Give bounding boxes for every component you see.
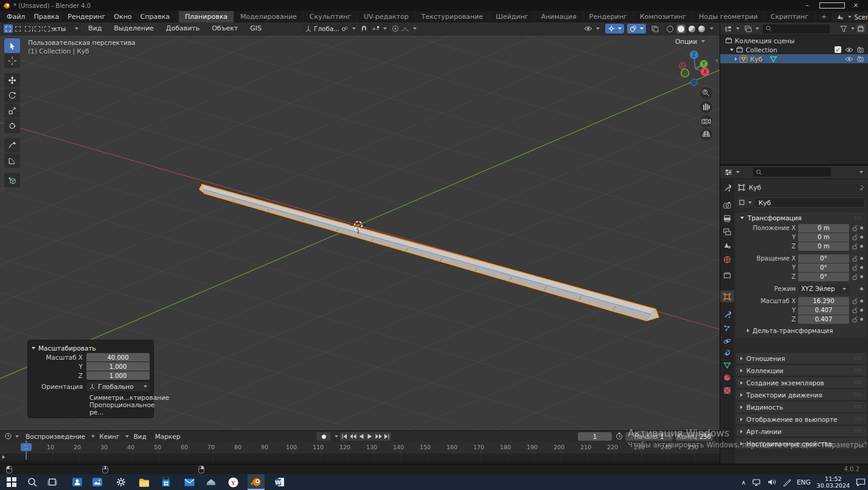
tl-menu-playback[interactable]: Воспроизведение	[21, 433, 89, 440]
location-z-field[interactable]: 0 m	[798, 242, 849, 251]
select-mode-subtract[interactable]	[23, 24, 32, 33]
pivot-dropdown[interactable]	[339, 24, 358, 33]
select-mode-intersect[interactable]	[43, 24, 52, 33]
vp-menu-select[interactable]: Выделение	[109, 23, 159, 35]
outliner-editor-type-button[interactable]	[723, 24, 741, 33]
shading-wireframe-button[interactable]	[667, 26, 673, 32]
location-y-field[interactable]: 0 m	[798, 233, 849, 242]
vp-menu-object[interactable]: Объект	[207, 23, 243, 35]
tab-object[interactable]	[720, 290, 734, 303]
disable-render-camera-icon[interactable]	[857, 55, 865, 62]
tool-move[interactable]	[4, 73, 20, 88]
pan-button[interactable]	[700, 101, 712, 113]
disclosure-down-icon[interactable]	[730, 49, 734, 51]
frame-end-field[interactable]: Конец250	[675, 432, 713, 441]
next-keyframe-button[interactable]	[374, 432, 383, 441]
timeline-editor-type-button[interactable]	[2, 432, 21, 441]
tool-scale[interactable]	[4, 103, 20, 118]
yandex-browser-icon[interactable]: Y	[224, 474, 241, 490]
timeline-ruler[interactable]: 1 10 20 30 40 50 60 70 80 90 100 110 120…	[0, 441, 720, 453]
hide-eye-icon[interactable]	[845, 56, 853, 62]
tab-layout[interactable]: Планировка	[179, 11, 234, 23]
volume-icon[interactable]	[768, 478, 777, 486]
animate-dot-icon[interactable]	[860, 226, 863, 229]
people-app-icon[interactable]	[69, 474, 86, 490]
rotation-x-field[interactable]: 0°	[798, 254, 849, 263]
collection-row[interactable]: Collection ✓	[720, 45, 868, 54]
disclosure-right-icon[interactable]	[735, 57, 737, 61]
menu-file[interactable]: Файл	[2, 11, 29, 23]
tool-add-primitive[interactable]	[4, 173, 20, 187]
section-instancing[interactable]: Создание экземпляров∷∷	[736, 377, 867, 388]
pin-icon[interactable]	[858, 184, 864, 191]
disable-render-camera-icon[interactable]	[857, 46, 865, 53]
tab-physics[interactable]	[720, 335, 734, 347]
tool-rotate[interactable]	[4, 88, 20, 103]
tray-chevron-icon[interactable]: ∧	[741, 479, 746, 486]
select-mode-invert[interactable]	[33, 24, 42, 33]
tab-sculpting[interactable]: Скульптинг	[304, 11, 358, 23]
menu-help[interactable]: Справка	[136, 11, 174, 23]
show-object-types-dropdown[interactable]	[582, 24, 602, 33]
tl-menu-marker[interactable]: Маркер	[151, 433, 185, 440]
stopwatch-icon[interactable]	[616, 432, 623, 440]
tab-scene[interactable]	[720, 239, 734, 251]
tab-modifiers[interactable]	[720, 309, 734, 321]
menu-window[interactable]: Окно	[109, 11, 136, 23]
animate-dot-icon[interactable]	[860, 309, 863, 312]
operator-panel-header[interactable]: Масштабировать	[32, 343, 150, 353]
tab-view-layer[interactable]	[720, 226, 734, 238]
word-app-icon[interactable]: W	[271, 474, 288, 490]
tool-annotate[interactable]	[4, 138, 20, 153]
vp-menu-view[interactable]: Вид	[83, 23, 106, 35]
location-x-field[interactable]: 0 m	[798, 224, 849, 233]
delta-transform-section[interactable]: Дельта-трансформация	[736, 326, 867, 335]
animate-dot-icon[interactable]	[860, 318, 863, 321]
taskbar-search-button[interactable]	[24, 474, 41, 490]
tab-world[interactable]	[720, 253, 734, 265]
playhead-line[interactable]	[26, 441, 27, 460]
taskbar-clock[interactable]: 11:52 30.03.2024	[817, 475, 850, 489]
play-button[interactable]	[366, 432, 374, 441]
proportional-editing-checkbox[interactable]: Пропорциональное ре...	[86, 404, 150, 413]
tab-tool[interactable]	[720, 182, 734, 194]
tab-output[interactable]	[720, 212, 734, 225]
shading-material-button[interactable]	[689, 26, 695, 32]
tab-rendering[interactable]: Рендеринг	[583, 11, 634, 23]
section-relations[interactable]: Отношения∷∷	[736, 353, 867, 363]
tab-material[interactable]	[720, 371, 734, 383]
minimize-button[interactable]: –	[795, 0, 819, 11]
menu-render[interactable]: Рендеринг	[63, 11, 109, 23]
file-explorer-icon[interactable]	[136, 474, 153, 490]
action-center-icon[interactable]	[856, 478, 866, 486]
mail-app-icon[interactable]	[181, 474, 198, 490]
jump-to-end-button[interactable]	[383, 432, 391, 441]
unlock-icon[interactable]	[852, 243, 858, 250]
cube-object-row[interactable]: Куб	[720, 54, 868, 63]
jump-to-start-button[interactable]	[340, 432, 349, 441]
tool-select-box[interactable]	[4, 38, 20, 53]
animate-dot-icon[interactable]	[860, 236, 863, 239]
tab-texture[interactable]	[720, 384, 734, 396]
snap-group[interactable]	[358, 24, 389, 33]
prev-keyframe-button[interactable]	[349, 432, 357, 441]
unlock-icon[interactable]	[852, 316, 858, 323]
tab-constraints[interactable]	[720, 347, 734, 359]
language-indicator[interactable]: ENG	[797, 478, 811, 486]
properties-search-input[interactable]	[753, 167, 831, 177]
rotation-z-field[interactable]: 0°	[798, 273, 849, 281]
filter-icon[interactable]	[840, 26, 847, 32]
viewport-3d[interactable]: Объекты Вид Выделение Добавить Объект GI…	[0, 23, 720, 430]
network-icon[interactable]	[752, 478, 762, 486]
orientation-select[interactable]: Глобально	[86, 382, 150, 391]
auto-keying-button[interactable]	[316, 432, 331, 441]
tool-measure[interactable]	[4, 153, 20, 168]
tab-animation[interactable]: Анимация	[535, 11, 583, 23]
tab-modeling[interactable]: Моделирование	[234, 11, 304, 23]
axis-neg-y-ball[interactable]	[681, 69, 689, 77]
hide-eye-icon[interactable]	[845, 47, 853, 53]
show-overlays-button[interactable]	[627, 24, 646, 33]
shading-solid-button[interactable]	[676, 24, 686, 33]
tool-cursor[interactable]	[4, 54, 20, 68]
xray-toggle[interactable]	[649, 24, 661, 33]
